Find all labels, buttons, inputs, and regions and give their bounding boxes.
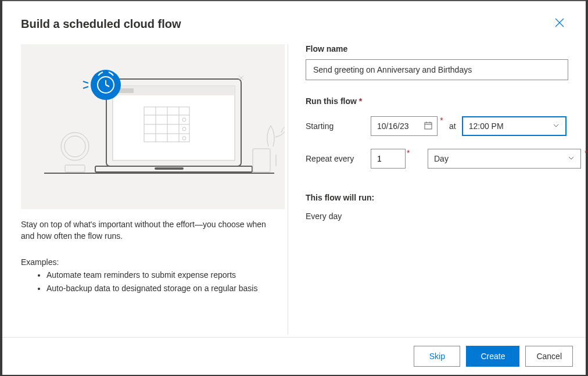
starting-label: Starting xyxy=(306,121,371,131)
dialog-body: Stay on top of what's important without … xyxy=(2,33,586,335)
will-run-label: This flow will run: xyxy=(306,193,587,202)
right-panel: Flow name Run this flow * Starting 10/16… xyxy=(288,44,587,335)
required-asterisk: * xyxy=(438,116,446,125)
svg-rect-3 xyxy=(113,86,235,160)
svg-line-24 xyxy=(83,87,88,88)
required-asterisk: * xyxy=(407,148,414,157)
description-text: Stay on top of what's important without … xyxy=(21,219,278,242)
required-asterisk: * xyxy=(585,148,587,157)
will-run-text: Every day xyxy=(306,212,587,221)
repeat-row: Repeat every * Day * xyxy=(306,149,587,169)
dialog-footer: Skip Create Cancel xyxy=(2,337,586,375)
cancel-button[interactable]: Cancel xyxy=(525,346,573,367)
svg-rect-27 xyxy=(65,165,85,172)
repeat-count-input[interactable] xyxy=(371,149,406,169)
chevron-down-icon xyxy=(553,121,560,131)
svg-rect-7 xyxy=(155,167,184,170)
skip-button[interactable]: Skip xyxy=(414,346,460,367)
required-asterisk: * xyxy=(359,96,362,106)
run-flow-label: Run this flow * xyxy=(306,96,587,106)
repeat-label: Repeat every xyxy=(306,154,371,163)
left-panel: Stay on top of what's important without … xyxy=(21,44,288,335)
dialog-header: Build a scheduled cloud flow xyxy=(2,1,586,33)
chevron-down-icon xyxy=(568,154,575,163)
scheduled-flow-dialog: Build a scheduled cloud flow xyxy=(2,0,586,375)
starting-row: Starting 10/16/23 * at 12:00 PM xyxy=(306,116,587,136)
start-time-dropdown[interactable]: 12:00 PM xyxy=(462,116,567,136)
svg-point-28 xyxy=(61,133,89,160)
flow-name-label: Flow name xyxy=(306,44,587,53)
flow-name-input[interactable] xyxy=(306,59,568,80)
create-button[interactable]: Create xyxy=(466,346,519,367)
start-date-value: 10/16/23 xyxy=(377,121,409,131)
svg-rect-32 xyxy=(425,123,432,129)
repeat-unit-value: Day xyxy=(434,154,449,163)
calendar-icon xyxy=(424,121,432,131)
example-item: Auto-backup data to designated storage o… xyxy=(46,282,278,295)
examples-label: Examples: xyxy=(21,257,278,267)
svg-point-29 xyxy=(64,136,85,157)
start-time-value: 12:00 PM xyxy=(469,121,504,131)
svg-rect-30 xyxy=(253,149,270,172)
dialog-title: Build a scheduled cloud flow xyxy=(21,17,181,31)
at-label: at xyxy=(449,121,456,131)
start-date-picker[interactable]: 10/16/23 xyxy=(371,116,438,136)
examples-list: Automate team reminders to submit expens… xyxy=(21,269,278,295)
repeat-unit-dropdown[interactable]: Day xyxy=(428,149,581,169)
example-item: Automate team reminders to submit expens… xyxy=(46,269,278,281)
svg-line-23 xyxy=(83,81,88,83)
close-icon[interactable] xyxy=(552,15,567,33)
illustration xyxy=(21,44,285,209)
